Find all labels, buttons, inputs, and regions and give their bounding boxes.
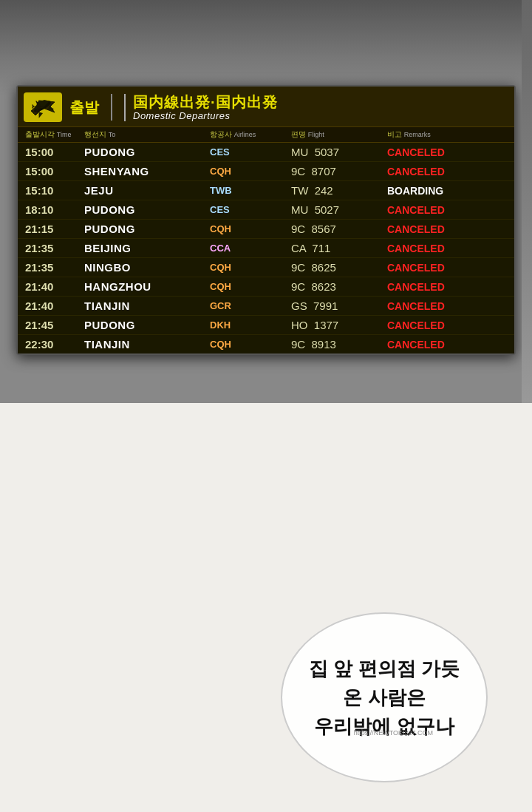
- flight-status: CANCELED: [387, 339, 507, 351]
- flight-status: CANCELED: [387, 166, 507, 177]
- flight-number: CA 711: [291, 242, 387, 254]
- flight-number: 9C 8623: [291, 280, 387, 293]
- plane-icon-box: ✈: [24, 92, 62, 122]
- flight-status: CANCELED: [387, 204, 507, 216]
- table-row: 15:10 JEJU TWB TW 242 BOARDING: [18, 181, 514, 200]
- subtitle-korean: 国内線出発·国内出発: [133, 94, 278, 110]
- flight-airline: CQH: [210, 166, 291, 177]
- flight-time: 21:40: [25, 280, 84, 293]
- col-time: 출발시각 Time: [25, 129, 84, 140]
- table-row: 18:10 PUDONG CES MU 5027 CANCELED: [18, 200, 514, 220]
- flight-time: 15:00: [25, 146, 84, 158]
- flight-time: 15:00: [25, 165, 84, 177]
- flight-airline: CQH: [210, 223, 291, 234]
- svg-text:✈: ✈: [31, 98, 44, 116]
- table-row: 21:40 TIANJIN GCR GS 7991 CANCELED: [18, 297, 514, 316]
- table-row: 15:00 PUDONG CES MU 5037 CANCELED: [18, 143, 514, 162]
- flight-number: TW 242: [291, 184, 387, 197]
- circle-callout: 집 앞 편의점 가듯 온 사람은 우리밖에 없구나 https://NEWTOK…: [281, 612, 488, 782]
- flight-board-photo: ✈ 출발 国内線出発·国内出発 Domestic Departures 출발시각…: [0, 0, 532, 403]
- flight-status: CANCELED: [387, 146, 507, 158]
- flight-status: BOARDING: [387, 185, 507, 197]
- flight-dest: PUDONG: [84, 203, 210, 216]
- flight-status: CANCELED: [387, 223, 507, 235]
- header-title-group: 国内線出発·国内出発 Domestic Departures: [124, 94, 278, 121]
- table-row: 21:40 HANGZHOU CQH 9C 8623 CANCELED: [18, 277, 514, 297]
- side-strip: [522, 0, 532, 403]
- flight-number: HO 1377: [291, 319, 387, 331]
- flight-status: CANCELED: [387, 300, 507, 312]
- flight-dest: TIANJIN: [84, 300, 210, 312]
- watermark: https://NEWTOKI327.COM: [354, 729, 433, 737]
- plane-icon: ✈: [30, 96, 56, 118]
- table-row: 15:00 SHENYANG CQH 9C 8707 CANCELED: [18, 162, 514, 181]
- flight-status: CANCELED: [387, 262, 507, 274]
- bottom-section: 집 앞 편의점 가듯 온 사람은 우리밖에 없구나 https://NEWTOK…: [0, 403, 532, 812]
- flight-airline: TWB: [210, 185, 291, 196]
- flight-airline: CQH: [210, 339, 291, 350]
- flight-dest: PUDONG: [84, 223, 210, 235]
- flight-dest: PUDONG: [84, 319, 210, 331]
- flight-time: 21:35: [25, 261, 84, 274]
- col-remarks: 비고 Remarks: [387, 129, 507, 140]
- flight-airline: DKH: [210, 319, 291, 331]
- departure-board: ✈ 출발 国内線出発·国内出発 Domestic Departures 출발시각…: [16, 85, 516, 355]
- flight-rows: 15:00 PUDONG CES MU 5037 CANCELED 15:00 …: [18, 143, 514, 353]
- callout-line2: 온 사람은: [309, 683, 460, 712]
- flight-time: 22:30: [25, 338, 84, 351]
- subtitle-english: Domestic Departures: [133, 110, 278, 121]
- flight-time: 21:45: [25, 319, 84, 331]
- flight-time: 18:10: [25, 203, 84, 216]
- callout-text: 집 앞 편의점 가듯 온 사람은 우리밖에 없구나: [309, 654, 460, 741]
- col-flight: 편명 Flight: [291, 129, 387, 140]
- flight-dest: NINGBO: [84, 261, 210, 274]
- column-headers: 출발시각 Time 행선지 To 항공사 Airlines 편명 Flight …: [18, 127, 514, 143]
- flight-airline: CQH: [210, 262, 291, 273]
- table-row: 21:45 PUDONG DKH HO 1377 CANCELED: [18, 316, 514, 335]
- flight-dest: BEIJING: [84, 242, 210, 254]
- flight-dest: HANGZHOU: [84, 280, 210, 293]
- board-header: ✈ 출발 国内線出発·国内出発 Domestic Departures: [18, 87, 514, 127]
- flight-status: CANCELED: [387, 319, 507, 331]
- flight-number: GS 7991: [291, 300, 387, 312]
- flight-airline: CES: [210, 146, 291, 158]
- flight-airline: GCR: [210, 300, 291, 311]
- table-row: 21:15 PUDONG CQH 9C 8567 CANCELED: [18, 220, 514, 239]
- table-row: 21:35 BEIJING CCA CA 711 CANCELED: [18, 239, 514, 258]
- col-dest: 행선지 To: [84, 129, 210, 140]
- table-row: 22:30 TIANJIN CQH 9C 8913 CANCELED: [18, 335, 514, 353]
- flight-number: 9C 8707: [291, 165, 387, 177]
- departure-korean-label: 출발: [69, 98, 99, 118]
- flight-time: 21:15: [25, 223, 84, 235]
- table-row: 21:35 NINGBO CQH 9C 8625 CANCELED: [18, 258, 514, 277]
- col-airline: 항공사 Airlines: [210, 129, 291, 140]
- flight-number: MU 5037: [291, 146, 387, 158]
- flight-airline: CES: [210, 204, 291, 215]
- flight-dest: PUDONG: [84, 146, 210, 158]
- flight-airline: CQH: [210, 281, 291, 292]
- flight-time: 21:35: [25, 242, 84, 254]
- flight-time: 15:10: [25, 184, 84, 197]
- flight-status: CANCELED: [387, 281, 507, 293]
- flight-airline: CCA: [210, 243, 291, 254]
- flight-dest: SHENYANG: [84, 165, 210, 177]
- flight-number: 9C 8625: [291, 261, 387, 274]
- flight-time: 21:40: [25, 300, 84, 312]
- flight-number: 9C 8913: [291, 338, 387, 351]
- flight-number: 9C 8567: [291, 223, 387, 235]
- flight-dest: JEJU: [84, 184, 210, 197]
- flight-number: MU 5027: [291, 203, 387, 216]
- flight-status: CANCELED: [387, 243, 507, 254]
- callout-line1: 집 앞 편의점 가듯: [309, 654, 460, 683]
- flight-dest: TIANJIN: [84, 338, 210, 351]
- ceiling-background: [0, 0, 532, 96]
